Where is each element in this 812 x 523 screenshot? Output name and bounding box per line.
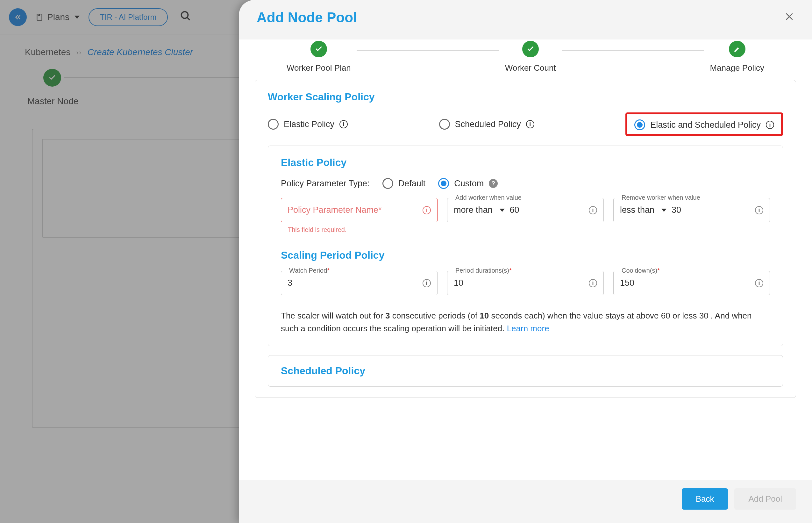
spp-title: Scaling Period Policy: [281, 249, 770, 261]
info-icon[interactable]: i: [755, 279, 763, 287]
info-icon[interactable]: i: [766, 121, 774, 129]
step1-label: Worker Pool Plan: [287, 63, 351, 73]
learn-more-link[interactable]: Learn more: [507, 324, 549, 333]
add-pool-button: Add Pool: [734, 488, 796, 510]
remove-cond: less than: [620, 205, 654, 215]
cooldown-label: Cooldown(s): [622, 267, 657, 274]
step3-label: Manage Policy: [710, 63, 764, 73]
remove-worker-input[interactable]: less than 30 i: [613, 198, 770, 222]
param-type-row: Policy Parameter Type: Default Custom ?: [281, 178, 770, 189]
step-worker-count[interactable]: Worker Count: [505, 41, 556, 73]
modal-footer: Back Add Pool: [239, 480, 812, 523]
radio-default[interactable]: Default: [383, 178, 426, 189]
param-name-field: Policy Parameter Name* i This field is r…: [281, 198, 438, 233]
info-icon[interactable]: i: [589, 206, 597, 214]
remove-worker-field: Remove worker when value less than 30 i: [613, 198, 770, 233]
watch-label: Watch Period: [289, 267, 327, 274]
info-icon[interactable]: i: [339, 120, 348, 128]
close-button[interactable]: [785, 12, 794, 24]
remove-worker-label: Remove worker when value: [619, 194, 703, 201]
radio-custom[interactable]: Custom ?: [438, 178, 498, 189]
check-icon: [315, 45, 323, 53]
back-button[interactable]: Back: [682, 488, 728, 510]
remove-value: 30: [671, 205, 681, 215]
help-icon[interactable]: ?: [489, 179, 498, 188]
param-name-input[interactable]: Policy Parameter Name* i: [281, 198, 438, 222]
info-icon[interactable]: i: [755, 206, 763, 214]
radio-custom-label: Custom: [454, 179, 484, 188]
elastic-policy-card: Elastic Policy Policy Parameter Type: De…: [268, 146, 783, 346]
cooldown-field: Cooldown(s)* 150 i: [613, 271, 770, 295]
watch-input[interactable]: 3 i: [281, 271, 438, 295]
worker-scaling-policy-card: Worker Scaling Policy Elastic Policy i S…: [255, 80, 796, 398]
step-worker-pool-plan[interactable]: Worker Pool Plan: [287, 41, 351, 73]
check-icon: [527, 45, 535, 53]
param-name-error: This field is required.: [281, 226, 438, 233]
modal-body: Worker Scaling Policy Elastic Policy i S…: [239, 80, 812, 480]
chevron-down-icon: [500, 209, 505, 212]
info-icon[interactable]: i: [423, 206, 431, 214]
param-type-label: Policy Parameter Type:: [281, 179, 370, 188]
param-name-placeholder: Policy Parameter Name*: [288, 205, 382, 215]
pencil-icon: [733, 45, 741, 53]
cooldown-value: 150: [620, 278, 634, 288]
add-worker-field: Add worker when value more than 60 i: [447, 198, 604, 233]
add-worker-input[interactable]: more than 60 i: [447, 198, 604, 222]
radio-default-label: Default: [398, 179, 426, 188]
radio-both-highlight: Elastic and Scheduled Policy i: [625, 112, 783, 136]
elastic-title: Elastic Policy: [281, 157, 770, 168]
radio-elastic-label: Elastic Policy: [284, 120, 334, 129]
radio-both[interactable]: Elastic and Scheduled Policy i: [634, 120, 774, 130]
duration-field: Period durations(s)* 10 i: [447, 271, 604, 295]
info-icon[interactable]: i: [526, 120, 534, 128]
radio-scheduled-label: Scheduled Policy: [455, 120, 521, 129]
scheduled-title: Scheduled Policy: [281, 365, 770, 377]
add-worker-label: Add worker when value: [453, 194, 524, 201]
elastic-fields: Policy Parameter Name* i This field is r…: [281, 198, 770, 233]
spp-fields: Watch Period* 3 i Period durations(s)* 1…: [281, 271, 770, 295]
info-icon[interactable]: i: [423, 279, 431, 287]
dur-label: Period durations(s): [455, 267, 509, 274]
info-icon[interactable]: i: [589, 279, 597, 287]
add-value: 60: [510, 205, 519, 215]
cooldown-input[interactable]: 150 i: [613, 271, 770, 295]
scaler-description: The scaler will watch out for 3 consecut…: [281, 309, 770, 335]
radio-elastic[interactable]: Elastic Policy i: [268, 119, 348, 130]
step2-label: Worker Count: [505, 63, 556, 73]
modal-title: Add Node Pool: [257, 10, 357, 25]
wsp-title: Worker Scaling Policy: [268, 91, 783, 103]
duration-input[interactable]: 10 i: [447, 271, 604, 295]
scheduled-policy-card[interactable]: Scheduled Policy: [268, 355, 783, 387]
watch-value: 3: [288, 278, 292, 288]
chevron-down-icon: [661, 209, 666, 212]
policy-radio-row: Elastic Policy i Scheduled Policy i Elas…: [268, 112, 783, 136]
modal-header: Add Node Pool: [239, 0, 812, 39]
watch-period-field: Watch Period* 3 i: [281, 271, 438, 295]
step-manage-policy[interactable]: Manage Policy: [710, 41, 764, 73]
dur-value: 10: [454, 278, 463, 288]
radio-scheduled[interactable]: Scheduled Policy i: [439, 119, 534, 130]
radio-both-label: Elastic and Scheduled Policy: [650, 120, 761, 130]
modal-stepper: Worker Pool Plan Worker Count Manage Pol…: [239, 39, 812, 80]
close-icon: [785, 12, 794, 21]
add-node-pool-modal: Add Node Pool Worker Pool Plan Worker Co…: [239, 0, 812, 523]
add-cond: more than: [454, 205, 493, 215]
